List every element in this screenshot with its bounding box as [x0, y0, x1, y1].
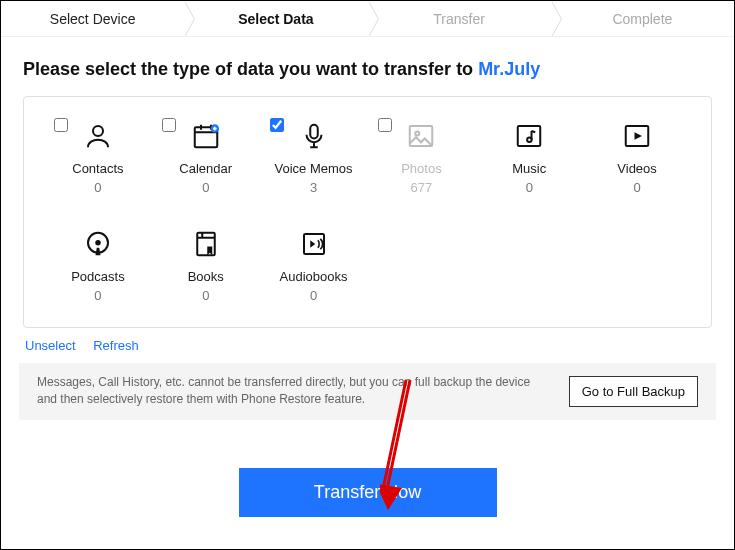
audiobook-icon — [297, 227, 331, 261]
photo-icon — [404, 119, 438, 153]
tile-audiobooks[interactable]: Audiobooks 0 — [260, 227, 368, 303]
tile-count: 3 — [310, 180, 317, 195]
unselect-link[interactable]: Unselect — [25, 338, 76, 353]
contacts-icon — [81, 119, 115, 153]
tile-count: 0 — [202, 288, 209, 303]
tile-photos[interactable]: Photos 677 — [368, 119, 476, 195]
step-select-data: Select Data — [184, 1, 367, 36]
tile-contacts[interactable]: Contacts 0 — [44, 119, 152, 195]
tile-label: Audiobooks — [280, 269, 348, 284]
svg-point-10 — [95, 240, 101, 246]
tile-label: Podcasts — [71, 269, 124, 284]
video-icon — [620, 119, 654, 153]
tile-count: 677 — [411, 180, 433, 195]
checkbox-photos[interactable] — [378, 118, 392, 132]
step-bar: Select Device Select Data Transfer Compl… — [1, 1, 734, 37]
tile-books[interactable]: Books 0 — [152, 227, 260, 303]
checkbox-voice-memos[interactable] — [270, 118, 284, 132]
checkbox-calendar[interactable] — [162, 118, 176, 132]
target-device-name: Mr.July — [478, 59, 540, 79]
step-select-device: Select Device — [1, 1, 184, 36]
tile-label: Voice Memos — [275, 161, 353, 176]
tile-label: Books — [188, 269, 224, 284]
tile-count: 0 — [94, 180, 101, 195]
refresh-link[interactable]: Refresh — [93, 338, 139, 353]
tile-music[interactable]: Music 0 — [475, 119, 583, 195]
tile-label: Music — [512, 161, 546, 176]
tile-label: Photos — [401, 161, 441, 176]
microphone-icon — [297, 119, 331, 153]
svg-point-5 — [416, 132, 420, 136]
tile-count: 0 — [633, 180, 640, 195]
book-icon — [189, 227, 223, 261]
tile-count: 0 — [526, 180, 533, 195]
step-transfer: Transfer — [368, 1, 551, 36]
data-type-card: Contacts 0 Calendar 0 Voice Memos 3 — [23, 96, 712, 328]
tile-voice-memos[interactable]: Voice Memos 3 — [260, 119, 368, 195]
note-text: Messages, Call History, etc. cannot be t… — [37, 374, 551, 409]
tile-count: 0 — [202, 180, 209, 195]
page-title: Please select the type of data you want … — [23, 59, 712, 80]
tile-videos[interactable]: Videos 0 — [583, 119, 691, 195]
tile-podcasts[interactable]: Podcasts 0 — [44, 227, 152, 303]
svg-point-7 — [527, 138, 532, 143]
prompt-prefix: Please select the type of data you want … — [23, 59, 478, 79]
info-note: Messages, Call History, etc. cannot be t… — [19, 363, 716, 420]
music-icon — [512, 119, 546, 153]
tile-count: 0 — [310, 288, 317, 303]
tile-calendar[interactable]: Calendar 0 — [152, 119, 260, 195]
transfer-now-button[interactable]: Transfer Now — [239, 468, 497, 517]
selection-actions: Unselect Refresh — [1, 328, 734, 357]
svg-rect-3 — [310, 125, 318, 139]
podcast-icon — [81, 227, 115, 261]
tile-label: Calendar — [179, 161, 232, 176]
svg-point-0 — [93, 126, 103, 136]
checkbox-contacts[interactable] — [54, 118, 68, 132]
tile-label: Videos — [617, 161, 657, 176]
calendar-icon — [189, 119, 223, 153]
step-complete: Complete — [551, 1, 734, 36]
tile-count: 0 — [94, 288, 101, 303]
tile-label: Contacts — [72, 161, 123, 176]
svg-rect-6 — [518, 126, 541, 146]
go-to-full-backup-button[interactable]: Go to Full Backup — [569, 376, 698, 407]
